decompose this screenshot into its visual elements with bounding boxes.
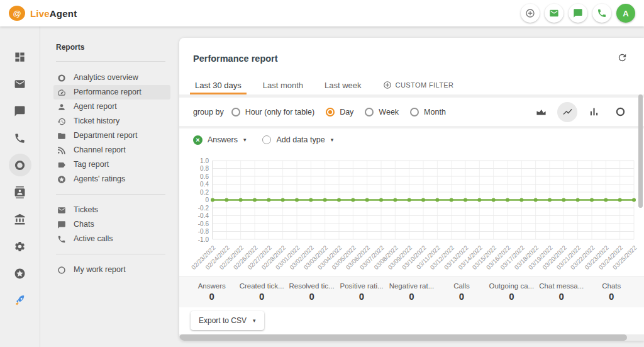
user-avatar[interactable]: A bbox=[616, 4, 635, 23]
horizontal-scrollbar-thumb[interactable] bbox=[179, 334, 627, 341]
speedometer-icon bbox=[57, 88, 66, 97]
sidebar-item-channel-report[interactable]: Channel report bbox=[53, 143, 170, 157]
bar-chart-button[interactable] bbox=[584, 102, 604, 122]
svg-text:0.4: 0.4 bbox=[200, 181, 209, 188]
sidebar-item-agents-ratings[interactable]: Agents' ratings bbox=[53, 172, 170, 186]
chat-icon bbox=[57, 220, 66, 229]
series-chip-answers[interactable]: × Answers ▾ bbox=[193, 135, 246, 145]
star-circle-icon bbox=[14, 268, 26, 280]
rail-item-contacts[interactable] bbox=[9, 181, 31, 203]
radio-week[interactable]: Week bbox=[365, 108, 399, 117]
nav-rail bbox=[0, 26, 40, 347]
card-header: Performance report bbox=[179, 38, 644, 76]
stat-value: 0 bbox=[587, 291, 636, 302]
sidebar-item-tickets[interactable]: Tickets bbox=[53, 203, 170, 217]
dashboard-icon bbox=[14, 51, 26, 63]
sidebar-item-label: Performance report bbox=[74, 88, 142, 97]
refresh-icon bbox=[617, 52, 628, 63]
rail-item-gear[interactable] bbox=[9, 235, 31, 258]
horizontal-scrollbar-track[interactable] bbox=[179, 334, 644, 341]
rail-item-chat[interactable] bbox=[9, 100, 31, 122]
radio-day[interactable]: Day bbox=[326, 108, 353, 117]
chevron-down-icon: ▾ bbox=[243, 137, 247, 143]
donut-chart-button[interactable] bbox=[610, 102, 630, 122]
refresh-button[interactable] bbox=[617, 52, 628, 65]
liveagent-logo[interactable]: @ LiveAgent bbox=[9, 6, 77, 21]
topbar-actions: A bbox=[521, 4, 635, 23]
stat-value: 0 bbox=[236, 291, 286, 302]
export-csv-button[interactable]: Export to CSV ▾ bbox=[191, 311, 264, 330]
reports-sidebar: Reports Analytics overviewPerformance re… bbox=[41, 26, 179, 347]
tab-last-month[interactable]: Last month bbox=[252, 76, 314, 94]
line-chart-icon bbox=[562, 106, 573, 117]
radio-unchecked-icon bbox=[365, 108, 374, 117]
chat-icon bbox=[14, 105, 26, 117]
stat-outgoing-ca: Outgoing ca...0 bbox=[487, 282, 536, 302]
rail-item-star-circle[interactable] bbox=[9, 262, 31, 285]
phone-button[interactable] bbox=[592, 4, 611, 23]
vertical-scrollbar-thumb[interactable] bbox=[638, 94, 643, 208]
sidebar-item-active-calls[interactable]: Active calls bbox=[53, 232, 170, 246]
radio-month[interactable]: Month bbox=[410, 108, 446, 117]
topbar: @ LiveAgent A bbox=[0, 0, 644, 26]
rail-item-mail[interactable] bbox=[9, 72, 31, 95]
stat-calls: Calls0 bbox=[436, 282, 486, 302]
phone-icon bbox=[57, 235, 66, 244]
mail-icon bbox=[549, 8, 559, 18]
tab-last-30-days[interactable]: Last 30 days bbox=[184, 76, 252, 94]
stat-value: 0 bbox=[536, 291, 586, 302]
radio-hour-only-for-table[interactable]: Hour (only for table) bbox=[231, 108, 314, 117]
plus-circle-button[interactable] bbox=[521, 4, 540, 23]
tab-last-week[interactable]: Last week bbox=[314, 76, 372, 94]
report-tabs: Last 30 daysLast monthLast weekCUSTOM FI… bbox=[179, 76, 644, 94]
empty-circle-icon bbox=[262, 135, 271, 144]
sidebar-item-performance-report[interactable]: Performance report bbox=[53, 85, 170, 100]
line-chart-button[interactable] bbox=[557, 102, 577, 122]
stat-resolved-tic: Resolved tic...0 bbox=[287, 282, 336, 302]
svg-text:1.0: 1.0 bbox=[200, 157, 209, 164]
rail-item-phone[interactable] bbox=[9, 127, 31, 149]
performance-report-card: Performance report Last 30 daysLast mont… bbox=[179, 38, 644, 341]
person-icon bbox=[57, 103, 66, 111]
stat-label: Created tick... bbox=[236, 282, 286, 290]
svg-text:0.6: 0.6 bbox=[200, 173, 209, 180]
remove-series-icon[interactable]: × bbox=[193, 135, 203, 145]
sidebar-group: Analytics overviewPerformance reportAgen… bbox=[56, 71, 165, 186]
sidebar-item-department-report[interactable]: Department report bbox=[53, 128, 170, 143]
stat-value: 0 bbox=[436, 291, 486, 302]
rail-item-rocket[interactable] bbox=[9, 289, 31, 312]
add-data-type-button[interactable]: Add data type ▾ bbox=[262, 135, 333, 144]
data-type-row: × Answers ▾ Add data type ▾ bbox=[179, 128, 644, 151]
add-data-type-label: Add data type bbox=[276, 135, 325, 144]
sidebar-item-my-work-report[interactable]: My work report bbox=[53, 263, 170, 277]
star-circle-icon bbox=[57, 175, 66, 184]
sidebar-item-analytics-overview[interactable]: Analytics overview bbox=[53, 71, 170, 85]
tab-label: Last 30 days bbox=[195, 81, 242, 90]
stat-negative-rat: Negative rat...0 bbox=[387, 282, 436, 302]
sidebar-item-agent-report[interactable]: Agent report bbox=[53, 100, 170, 114]
stat-answers: Answers0 bbox=[187, 282, 236, 302]
circle-icon bbox=[57, 266, 66, 275]
rail-item-dashboard[interactable] bbox=[9, 45, 31, 68]
sidebar-title: Reports bbox=[56, 43, 165, 52]
bar-chart-icon bbox=[589, 106, 599, 117]
rail-item-donut[interactable] bbox=[9, 154, 31, 176]
tab-custom-filter[interactable]: CUSTOM FILTER bbox=[372, 76, 465, 94]
sidebar-item-label: Active calls bbox=[74, 234, 113, 244]
chat-button[interactable] bbox=[569, 4, 587, 23]
radio-label: Day bbox=[340, 108, 353, 117]
stat-label: Chats bbox=[587, 282, 636, 290]
mail-button[interactable] bbox=[545, 4, 564, 23]
svg-text:-0.8: -0.8 bbox=[198, 228, 209, 235]
contacts-icon bbox=[14, 186, 26, 198]
radio-label: Hour (only for table) bbox=[245, 108, 314, 117]
brand-text: LiveAgent bbox=[30, 8, 77, 19]
sidebar-item-ticket-history[interactable]: Ticket history bbox=[53, 114, 170, 128]
rail-item-bank[interactable] bbox=[9, 208, 31, 230]
stat-value: 0 bbox=[287, 291, 336, 302]
sidebar-item-chats[interactable]: Chats bbox=[53, 217, 170, 232]
gear-icon bbox=[14, 241, 26, 253]
svg-text:0.2: 0.2 bbox=[200, 189, 209, 196]
area-chart-button[interactable] bbox=[531, 102, 551, 122]
sidebar-item-tag-report[interactable]: Tag report bbox=[53, 157, 170, 172]
